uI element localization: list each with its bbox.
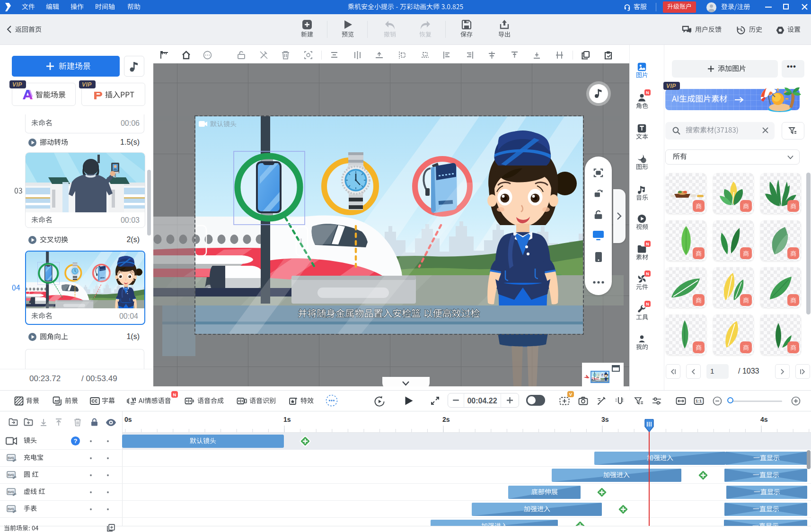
svg-text:SVG: SVG xyxy=(8,456,14,460)
svg-text:?: ? xyxy=(74,437,78,445)
svg-text:SVG: SVG xyxy=(8,473,14,477)
svg-text:SVG: SVG xyxy=(8,507,14,511)
svg-text:SVG: SVG xyxy=(8,490,14,494)
